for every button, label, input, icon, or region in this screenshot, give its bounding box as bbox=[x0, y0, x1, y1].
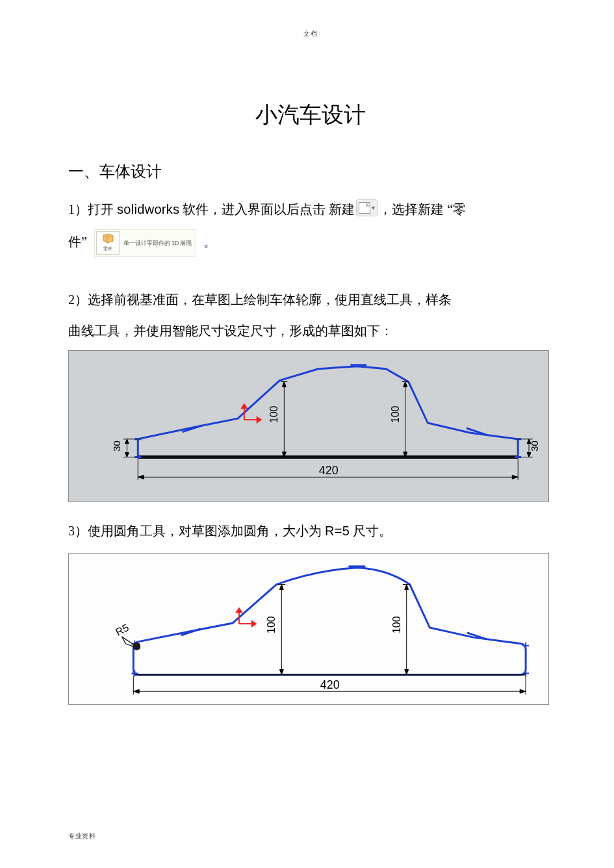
step-1-mid2: ，选择新建 “零 bbox=[379, 202, 466, 216]
svg-marker-51 bbox=[279, 585, 283, 590]
step-1-line-1: 1）打开 solidworks 软件，进入界面以后点击 新建 ▾ ，选择新建 “… bbox=[68, 196, 552, 222]
sketch-figure-2: R5 100 100 bbox=[68, 553, 549, 705]
step-3-prefix: 3）使用圆角工具，对草图添加圆角，大小为 bbox=[68, 524, 325, 538]
software-name: solidworks bbox=[117, 202, 179, 216]
page-footer-label: 专业资料 bbox=[68, 832, 96, 841]
dim-left-30: 30 bbox=[112, 441, 122, 452]
dim-roof-right-1: 100 bbox=[390, 406, 401, 424]
part-icon bbox=[101, 233, 115, 244]
dim-fillet-r5: R5 bbox=[114, 622, 131, 638]
step-1-line-2: 件” 零件 单一设计零部件的 3D 展现 。 bbox=[68, 229, 552, 257]
svg-marker-13 bbox=[282, 382, 286, 387]
step-1-line2-prefix: 件” bbox=[68, 235, 87, 249]
dim-roof-left-1: 100 bbox=[268, 406, 279, 424]
svg-marker-46 bbox=[237, 609, 242, 613]
part-icon-cell: 零件 bbox=[96, 231, 120, 255]
step-3-suffix: 尺寸。 bbox=[350, 524, 392, 538]
new-document-icon bbox=[359, 202, 370, 214]
step-1-prefix: 1）打开 bbox=[68, 202, 117, 216]
part-template-option[interactable]: 零件 单一设计零部件的 3D 展现 bbox=[94, 229, 197, 257]
svg-marker-32 bbox=[138, 476, 144, 479]
dim-base-420-1: 420 bbox=[319, 465, 339, 478]
svg-marker-33 bbox=[512, 476, 518, 479]
sketch-figure-1: 100 100 30 bbox=[68, 350, 549, 502]
dim-right-30: 30 bbox=[530, 441, 540, 452]
sketch-1-svg: 100 100 30 bbox=[69, 351, 548, 502]
dim-roof-left-2: 100 bbox=[266, 617, 277, 634]
fillet-radius-value: R=5 bbox=[325, 524, 350, 538]
svg-marker-9 bbox=[257, 418, 261, 423]
step-3-line: 3）使用圆角工具，对草图添加圆角，大小为 R=5 尺寸。 bbox=[68, 518, 552, 544]
svg-marker-60 bbox=[133, 690, 139, 694]
new-document-button[interactable]: ▾ bbox=[356, 199, 377, 216]
svg-marker-55 bbox=[405, 585, 409, 590]
part-icon-label: 零件 bbox=[103, 244, 112, 253]
svg-marker-17 bbox=[403, 382, 407, 387]
dim-roof-right-2: 100 bbox=[391, 617, 402, 634]
svg-marker-21 bbox=[125, 453, 129, 457]
dim-base-420-2: 420 bbox=[320, 679, 340, 692]
document-title: 小汽车设计 bbox=[68, 100, 552, 130]
svg-marker-45 bbox=[252, 622, 256, 627]
step-2-line-1: 2）选择前视基准面，在草图上绘制车体轮廓，使用直线工具，样条 bbox=[68, 287, 552, 313]
svg-marker-26 bbox=[527, 453, 531, 457]
dropdown-triangle-icon: ▾ bbox=[372, 201, 375, 214]
svg-marker-61 bbox=[520, 690, 526, 694]
sketch-2-svg: R5 100 100 bbox=[69, 554, 548, 704]
svg-marker-10 bbox=[242, 405, 247, 409]
page-header-label: 文档 bbox=[68, 29, 552, 38]
section-1-title: 一、车体设计 bbox=[68, 161, 552, 182]
step-1-mid1: 软件，进入界面以后点击 新建 bbox=[179, 202, 355, 216]
step-1-line2-suffix: 。 bbox=[203, 235, 216, 249]
svg-marker-20 bbox=[125, 439, 129, 444]
svg-marker-0 bbox=[103, 234, 113, 243]
step-2-line-2: 曲线工具，并使用智能尺寸设定尺寸，形成的草图如下： bbox=[68, 318, 552, 344]
part-description: 单一设计零部件的 3D 展现 bbox=[123, 237, 192, 249]
svg-point-48 bbox=[133, 643, 140, 650]
